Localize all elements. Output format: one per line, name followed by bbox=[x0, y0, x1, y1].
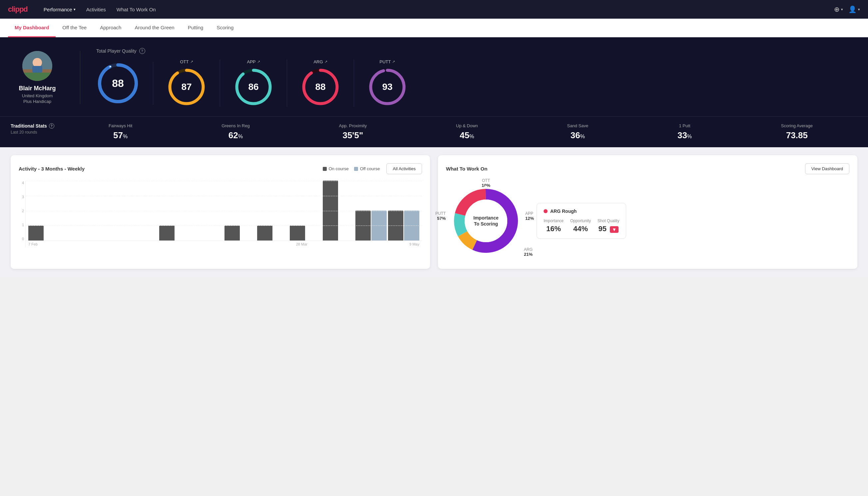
quality-label: Total Player Quality ? bbox=[96, 48, 857, 54]
off-course-dot bbox=[354, 167, 358, 171]
gauge-putt-label: PUTT ↗ bbox=[380, 59, 395, 64]
bar-on-course bbox=[356, 211, 371, 241]
tab-approach[interactable]: Approach bbox=[93, 19, 128, 37]
stats-items: Fairways Hit 57% Greens In Reg 62% App. … bbox=[64, 123, 857, 141]
bar-group bbox=[28, 226, 60, 241]
bars-container bbox=[26, 181, 422, 241]
player-handicap: Plus Handicap bbox=[23, 99, 51, 104]
main-content: Activity - 3 Months - Weekly On course O… bbox=[0, 147, 868, 277]
stat-greens-in-reg: Greens In Reg 62% bbox=[221, 123, 250, 141]
bar-on-course bbox=[28, 226, 44, 241]
activity-card: Activity - 3 Months - Weekly On course O… bbox=[11, 155, 430, 269]
gauge-ott-label: OTT ↗ bbox=[180, 59, 193, 64]
donut-center: Importance To Scoring bbox=[473, 215, 498, 227]
bar-on-course bbox=[257, 226, 272, 241]
stats-label-section: Traditional Stats ? Last 20 rounds bbox=[11, 123, 64, 135]
highlight-title: ARG Rough bbox=[543, 208, 619, 214]
bar-group bbox=[356, 211, 387, 241]
bar-on-course bbox=[290, 226, 305, 241]
on-course-dot bbox=[323, 167, 327, 171]
nav-right: ⊕ ▾ 👤 ▾ bbox=[834, 5, 860, 13]
quality-section: Total Player Quality ? 88 bbox=[96, 48, 857, 107]
avatar-image bbox=[22, 51, 52, 81]
svg-point-3 bbox=[33, 58, 42, 67]
nav-what-to-work-on[interactable]: What To Work On bbox=[116, 7, 156, 12]
bar-group bbox=[388, 211, 419, 241]
all-activities-button[interactable]: All Activities bbox=[386, 163, 422, 174]
gauge-ott: OTT ↗ 87 bbox=[153, 59, 220, 107]
stats-info-icon[interactable]: ? bbox=[49, 123, 54, 128]
activity-card-title: Activity - 3 Months - Weekly bbox=[19, 166, 84, 172]
player-country: United Kingdom bbox=[22, 93, 53, 98]
divider bbox=[80, 51, 80, 104]
stat-fairways-hit: Fairways Hit 57% bbox=[109, 123, 132, 141]
bar-on-course bbox=[388, 211, 404, 241]
bar-group bbox=[159, 226, 190, 241]
hero-section: Blair McHarg United Kingdom Plus Handica… bbox=[0, 37, 868, 116]
svg-rect-4 bbox=[32, 66, 42, 73]
bar-group bbox=[257, 226, 288, 241]
work-on-card-header: What To Work On View Dashboard bbox=[446, 163, 849, 174]
bar-on-course bbox=[159, 226, 175, 241]
gauge-arg-value: 88 bbox=[315, 82, 326, 92]
donut-label-putt: PUTT 57% bbox=[435, 211, 446, 221]
gauge-putt: PUTT ↗ 93 bbox=[354, 59, 421, 107]
chart-area: 7 Feb 28 Mar 9 May bbox=[25, 181, 422, 248]
nav-performance[interactable]: Performance ▾ bbox=[44, 7, 76, 12]
bar-group bbox=[224, 226, 256, 241]
user-menu[interactable]: 👤 ▾ bbox=[848, 5, 860, 13]
bar-group bbox=[290, 226, 321, 241]
tab-my-dashboard[interactable]: My Dashboard bbox=[8, 19, 56, 37]
activity-legend: On course Off course bbox=[323, 166, 380, 171]
highlight-card: ARG Rough Importance 16% Opportunity 44%… bbox=[537, 203, 626, 239]
gauges-row: 88 OTT ↗ 87 bbox=[96, 59, 857, 107]
bar-off-course bbox=[404, 211, 419, 241]
stat-up-and-down: Up & Down 45% bbox=[456, 123, 478, 141]
donut-wrap: Importance To Scoring OTT 10% APP 12% bbox=[446, 181, 526, 261]
highlight-dot bbox=[543, 209, 548, 213]
activity-card-header: Activity - 3 Months - Weekly On course O… bbox=[19, 163, 422, 174]
top-nav: clippd Performance ▾ Activities What To … bbox=[0, 0, 868, 19]
highlight-importance: Importance 16% bbox=[543, 218, 564, 233]
legend-off-course: Off course bbox=[354, 166, 380, 171]
stats-title: Traditional Stats ? bbox=[11, 123, 64, 128]
shot-quality-badge: ▼ bbox=[610, 226, 618, 233]
tabs-bar: My Dashboard Off the Tee Approach Around… bbox=[0, 19, 868, 37]
bar-chart: 4 3 2 1 0 bbox=[19, 181, 422, 254]
highlight-stats: Importance 16% Opportunity 44% Shot Qual… bbox=[543, 218, 619, 233]
donut-section: Importance To Scoring OTT 10% APP 12% bbox=[446, 181, 849, 261]
svg-rect-2 bbox=[22, 73, 52, 81]
add-button[interactable]: ⊕ ▾ bbox=[834, 5, 843, 13]
avatar bbox=[22, 51, 52, 81]
tab-putting[interactable]: Putting bbox=[181, 19, 210, 37]
gauge-total-value: 88 bbox=[112, 77, 124, 89]
gauge-ott-value: 87 bbox=[181, 82, 191, 92]
nav-links: Performance ▾ Activities What To Work On bbox=[44, 7, 156, 12]
bar-off-course bbox=[372, 211, 387, 241]
gauge-arg-label: ARG ↗ bbox=[313, 59, 327, 64]
quality-info-icon[interactable]: ? bbox=[139, 48, 145, 54]
stat-scoring-average: Scoring Average 73.85 bbox=[781, 123, 813, 141]
x-axis: 7 Feb 28 Mar 9 May bbox=[26, 241, 422, 248]
bar-group bbox=[323, 181, 354, 241]
highlight-opportunity: Opportunity 44% bbox=[570, 218, 591, 233]
logo[interactable]: clippd bbox=[8, 5, 28, 14]
view-dashboard-button[interactable]: View Dashboard bbox=[805, 163, 849, 174]
tab-off-the-tee[interactable]: Off the Tee bbox=[56, 19, 93, 37]
y-axis: 4 3 2 1 0 bbox=[19, 181, 25, 248]
gauge-total: 88 bbox=[96, 62, 153, 105]
nav-activities[interactable]: Activities bbox=[86, 7, 106, 12]
stat-one-putt: 1 Putt 33% bbox=[678, 123, 692, 141]
tab-scoring[interactable]: Scoring bbox=[210, 19, 240, 37]
player-info: Blair McHarg United Kingdom Plus Handica… bbox=[11, 51, 64, 104]
stats-bar: Traditional Stats ? Last 20 rounds Fairw… bbox=[0, 116, 868, 147]
avatar-svg bbox=[22, 51, 52, 81]
legend-on-course: On course bbox=[323, 166, 349, 171]
gauge-putt-value: 93 bbox=[382, 82, 392, 92]
tab-around-the-green[interactable]: Around the Green bbox=[128, 19, 181, 37]
highlight-shot-quality: Shot Quality 95 ▼ bbox=[598, 218, 619, 233]
donut-label-arg: ARG 21% bbox=[524, 247, 533, 257]
gauge-arg: ARG ↗ 88 bbox=[287, 59, 354, 107]
stats-subtitle: Last 20 rounds bbox=[11, 130, 64, 135]
player-name: Blair McHarg bbox=[19, 85, 56, 92]
